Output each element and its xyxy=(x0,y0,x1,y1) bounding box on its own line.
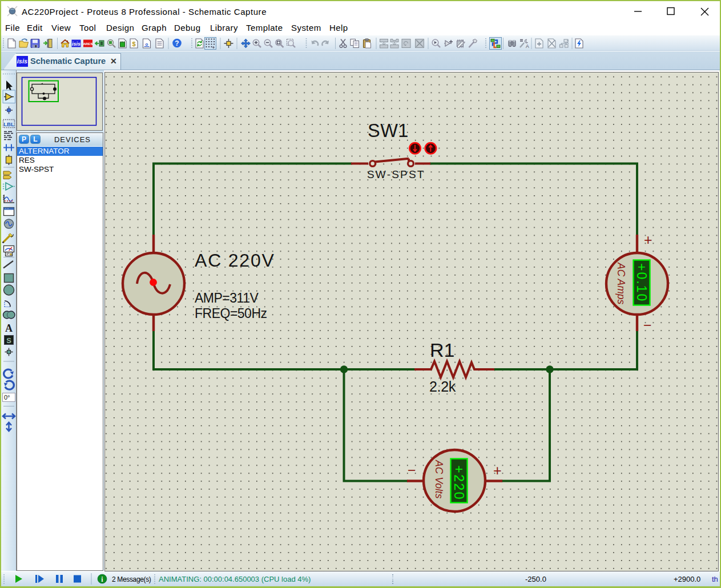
svg-text:LBL: LBL xyxy=(3,121,14,127)
svg-text:+: + xyxy=(644,232,652,248)
svg-text:−: − xyxy=(643,317,652,333)
svg-text:A: A xyxy=(5,323,13,334)
svg-text:$: $ xyxy=(132,41,135,47)
svg-text:+: + xyxy=(493,462,502,478)
svg-text:?: ? xyxy=(175,39,179,47)
svg-text:AC Amps: AC Amps xyxy=(615,262,627,305)
svg-text:SW1: SW1 xyxy=(368,120,409,141)
svg-text:A: A xyxy=(526,43,529,49)
svg-text:SW-SPST: SW-SPST xyxy=(367,168,425,180)
svg-text:o: o xyxy=(146,42,148,47)
svg-text:+220: +220 xyxy=(452,465,466,501)
svg-text:ARES: ARES xyxy=(83,42,92,46)
svg-text:−: − xyxy=(408,462,416,478)
svg-text:isis: isis xyxy=(72,41,80,47)
svg-text:AMP=311V: AMP=311V xyxy=(195,291,259,305)
svg-text:AC 220V: AC 220V xyxy=(195,250,275,271)
svg-text:2.2k: 2.2k xyxy=(429,378,456,394)
svg-text:R1: R1 xyxy=(430,339,454,361)
svg-text:+0.10: +0.10 xyxy=(634,263,649,302)
svg-text:AC Volts: AC Volts xyxy=(433,460,445,499)
svg-text:FREQ=50Hz: FREQ=50Hz xyxy=(195,306,267,321)
svg-text:0°: 0° xyxy=(4,394,10,401)
svg-text:S: S xyxy=(6,336,11,345)
